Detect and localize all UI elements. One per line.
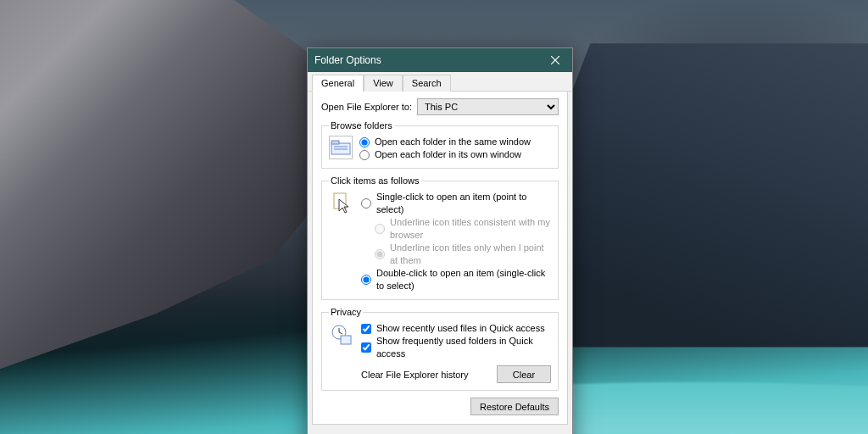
- click-items-legend: Click items as follows: [329, 175, 421, 186]
- cursor-icon: [329, 191, 354, 216]
- window-title: Folder Options: [314, 54, 381, 66]
- svg-rect-11: [341, 336, 351, 344]
- restore-defaults-button[interactable]: Restore Defaults: [470, 398, 559, 415]
- clear-history-label: Clear File Explorer history: [361, 370, 488, 380]
- check-frequent-folders[interactable]: Show frequently used folders in Quick ac…: [361, 335, 551, 360]
- privacy-group: Privacy Show recently used files in Quic…: [321, 307, 559, 391]
- folder-icon: [329, 136, 353, 159]
- folder-options-dialog: Folder Options General View Search Open …: [307, 47, 573, 434]
- close-button[interactable]: [538, 48, 572, 72]
- close-icon: [551, 56, 559, 64]
- titlebar[interactable]: Folder Options: [308, 48, 572, 72]
- clear-button[interactable]: Clear: [497, 365, 551, 383]
- check-recent-files[interactable]: Show recently used files in Quick access: [361, 322, 551, 335]
- radio-single-click[interactable]: Single-click to open an item (point to s…: [361, 191, 551, 216]
- dialog-footer: OK Cancel Apply: [308, 429, 572, 434]
- click-items-group: Click items as follows Single-click to o…: [321, 175, 559, 300]
- open-explorer-select[interactable]: This PC: [417, 98, 559, 115]
- tabstrip: General View Search: [308, 72, 572, 92]
- radio-underline-point: Underline icon titles only when I point …: [375, 242, 551, 267]
- svg-rect-3: [331, 141, 339, 144]
- radio-double-click[interactable]: Double-click to open an item (single-cli…: [361, 267, 551, 292]
- browse-folders-group: Browse folders Open each folder in the s…: [321, 120, 559, 169]
- radio-underline-browser: Underline icon titles consistent with my…: [375, 216, 551, 242]
- open-explorer-row: Open File Explorer to: This PC: [321, 98, 559, 115]
- tab-view[interactable]: View: [364, 75, 403, 92]
- tab-panel-general: Open File Explorer to: This PC Browse fo…: [312, 92, 568, 425]
- tab-general[interactable]: General: [312, 75, 364, 92]
- open-explorer-label: Open File Explorer to:: [321, 102, 412, 112]
- radio-own-window[interactable]: Open each folder in its own window: [359, 148, 551, 161]
- browse-folders-legend: Browse folders: [329, 120, 394, 131]
- radio-same-window[interactable]: Open each folder in the same window: [359, 136, 551, 148]
- history-icon: [329, 322, 354, 348]
- tab-search[interactable]: Search: [403, 75, 451, 92]
- privacy-legend: Privacy: [329, 307, 363, 317]
